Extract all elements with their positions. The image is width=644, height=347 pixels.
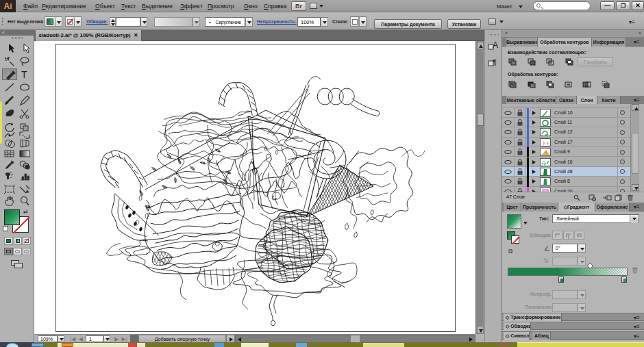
svg-text:T: T bbox=[21, 69, 27, 80]
svg-text:¶: ¶ bbox=[493, 58, 497, 66]
svg-text:A: A bbox=[493, 40, 498, 50]
